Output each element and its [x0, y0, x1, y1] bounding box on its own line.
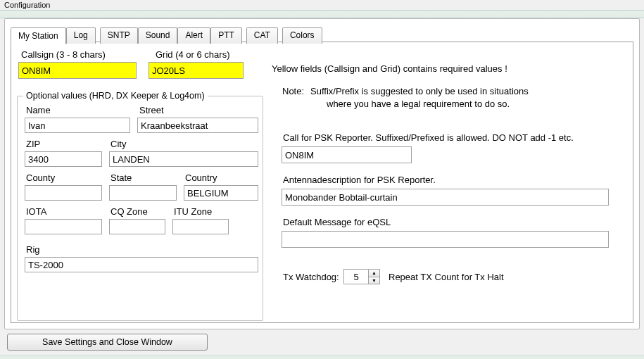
background-decoration [0, 10, 644, 18]
tab-colors[interactable]: Colors [282, 27, 322, 44]
state-input[interactable] [109, 185, 177, 201]
ituzone-input[interactable] [172, 219, 229, 234]
label-ituzone: ITU Zone [174, 206, 212, 217]
tx-watchdog-spinner[interactable]: ▲ ▼ [343, 269, 380, 284]
window-title: Configuration [0, 0, 54, 10]
spinner-down-icon[interactable]: ▼ [369, 277, 379, 284]
tab-cat[interactable]: CAT [246, 27, 278, 44]
label-cqzone: CQ Zone [111, 206, 148, 217]
iota-input[interactable] [25, 219, 102, 234]
label-city: City [111, 139, 126, 149]
street-input[interactable] [137, 118, 258, 133]
note-prefix: Note: [282, 86, 304, 96]
callsign-input[interactable] [18, 62, 137, 79]
name-input[interactable] [25, 118, 130, 133]
main-panel: My Station Log SNTP Sound Alert PTT CAT … [4, 18, 640, 329]
optional-values-group: Optional values (HRD, DX Keeper & Log4om… [17, 96, 263, 321]
psk-call-input[interactable] [282, 146, 412, 163]
label-psk-call: Call for PSK Reporter. Suffixed/Prefixed… [283, 132, 574, 143]
tx-watchdog-input[interactable] [343, 269, 369, 284]
tab-page-my-station: Callsign (3 - 8 chars) Grid (4 or 6 char… [11, 42, 633, 323]
label-tx-watchdog: Tx Watchdog: [283, 272, 339, 282]
tab-ptt[interactable]: PTT [210, 27, 242, 44]
country-input[interactable] [184, 185, 258, 201]
note-line2: where you have a legal requirement to do… [327, 99, 510, 109]
label-repeat-tx: Repeat TX Count for Tx Halt [389, 272, 504, 282]
note-line1: Suffix/Prefix is suggested to only be us… [310, 86, 529, 96]
label-state: State [111, 172, 132, 183]
cqzone-input[interactable] [109, 219, 165, 234]
tab-sound[interactable]: Sound [138, 27, 178, 44]
label-street: Street [139, 105, 164, 115]
label-name: Name [26, 105, 51, 115]
eqsl-input[interactable] [282, 231, 609, 248]
spinner-up-icon[interactable]: ▲ [369, 270, 379, 277]
antenna-input[interactable] [282, 189, 609, 206]
city-input[interactable] [109, 151, 258, 167]
rig-input[interactable] [25, 257, 258, 272]
label-rig: Rig [26, 244, 40, 255]
label-antenna: Antennadescription for PSK Reporter. [283, 175, 436, 185]
county-input[interactable] [25, 185, 102, 201]
spinner-buttons: ▲ ▼ [369, 269, 380, 284]
label-grid: Grid (4 or 6 chars) [156, 49, 229, 60]
label-eqsl: Default Message for eQSL [283, 217, 391, 227]
config-window: Configuration My Station Log SNTP Sound … [0, 0, 644, 359]
tab-my-station[interactable]: My Station [11, 27, 66, 44]
zip-input[interactable] [25, 151, 102, 167]
background-decoration-bottom [0, 355, 644, 359]
label-iota: IOTA [26, 206, 46, 217]
label-zip: ZIP [26, 139, 40, 149]
tab-alert[interactable]: Alert [177, 27, 210, 44]
tab-sntp[interactable]: SNTP [100, 27, 138, 44]
tab-bar: My Station Log SNTP Sound Alert PTT CAT … [11, 27, 322, 44]
save-settings-button[interactable]: Save Settings and Close Window [7, 334, 208, 351]
yellow-fields-msg: Yellow fields (Callsign and Grid) contai… [272, 63, 507, 74]
label-county: County [26, 172, 55, 183]
grid-input[interactable] [149, 62, 244, 79]
tab-log[interactable]: Log [66, 27, 96, 44]
optional-values-title: Optional values (HRD, DX Keeper & Log4om… [23, 91, 208, 101]
label-country: Country [185, 172, 217, 183]
label-callsign: Callsign (3 - 8 chars) [21, 49, 106, 60]
